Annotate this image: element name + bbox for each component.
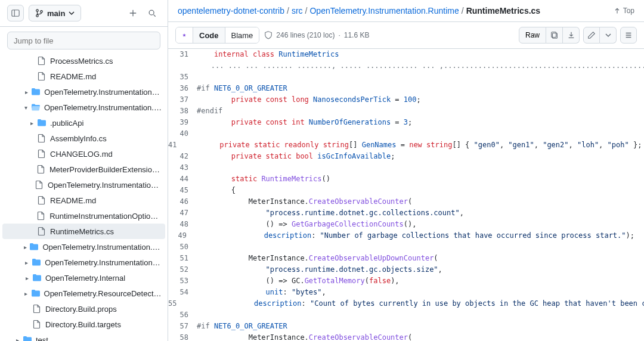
code-content: private static readonly string[] GenName… [185,140,644,151]
code-content: "process.runtime.dotnet.gc.objects.size"… [197,264,452,275]
code-line[interactable]: 48 () => GetGarbageCollectionCounts(), [168,219,644,230]
download-button[interactable] [563,27,580,44]
jump-to-file-input[interactable] [7,32,160,49]
tree-folder[interactable]: ▸OpenTelemetry.Instrumentation.Wcf [2,255,165,270]
line-number: 53 [168,275,197,287]
breadcrumb-sep: / [287,6,289,16]
folder-icon [31,87,41,97]
code-line[interactable]: 47 "process.runtime.dotnet.gc.collection… [168,207,644,219]
code-line[interactable]: 51 MeterInstance.CreateObservableUpDownC… [168,253,644,264]
code-line[interactable]: 41 private static readonly string[] GenN… [168,140,644,151]
code-line[interactable]: 35 [168,72,644,83]
code-content [197,128,206,140]
code-line[interactable]: 37 private const long NanosecondsPerTick… [168,94,644,106]
tree-folder[interactable]: ▾OpenTelemetry.Instrumentation.Runtime [2,100,165,115]
code-line[interactable]: 38#endif [168,106,644,117]
tree-folder[interactable]: ▸OpenTelemetry.Instrumentation.StackExch… [2,239,165,255]
line-number: 48 [168,219,197,230]
code-line[interactable]: 40 [168,128,644,140]
code-line[interactable]: 46 MeterInstance.CreateObservableCounter… [168,196,644,207]
top-link[interactable]: Top [614,7,634,15]
search-icon [148,9,156,17]
symbols-button[interactable] [620,27,637,44]
tree-file[interactable]: AssemblyInfo.cs [2,131,165,146]
edit-dropdown[interactable] [600,27,617,44]
code-line[interactable]: ... ... ... ....... ........, ..... ....… [168,60,644,72]
tree-file[interactable]: RuntimeMetrics.cs [2,224,165,239]
code-line[interactable]: 56 [168,309,644,321]
code-line[interactable]: 31 internal class RuntimeMetrics [168,49,644,60]
copilot-tab[interactable] [176,27,193,43]
tree-folder[interactable]: ▸OpenTelemetry.Instrumentation.Quartz [2,84,165,100]
code-content [197,241,206,253]
tree-item-label: OpenTelemetry.Instrumentation.Runtime.cs… [48,181,162,190]
raw-button[interactable]: Raw [519,27,546,44]
breadcrumb-repo[interactable]: opentelemetry-dotnet-contrib [178,6,284,16]
tree-file[interactable]: Directory.Build.props [2,301,165,317]
code-content: MeterInstance.CreateObservableCounter( [197,332,422,341]
breadcrumb-src[interactable]: src [292,6,303,16]
code-line[interactable]: 58 MeterInstance.CreateObservableCounter… [168,332,644,341]
tree-file[interactable]: MeterProviderBuilderExtensions.cs [2,162,165,177]
folder-icon [31,103,41,112]
tree-file[interactable]: Directory.Build.targets [2,317,165,332]
tree-folder[interactable]: ▸OpenTelemetry.Internal [2,270,165,286]
tree-file[interactable]: README.md [2,69,165,84]
code-line[interactable]: 39 private const int NumberOfGenerations… [168,117,644,128]
code-line[interactable]: 54 unit: "bytes", [168,287,644,298]
line-count: 246 lines (210 loc) [276,31,335,39]
tree-file[interactable]: RuntimeInstrumentationOptions.cs [2,208,165,224]
list-icon [624,31,633,39]
code-line[interactable]: 57#if NET6_0_OR_GREATER [168,321,644,332]
tree-folder[interactable]: ▸OpenTelemetry.ResourceDetectors.Azure [2,286,165,301]
code-content: static RuntimeMetrics() [197,173,340,185]
download-icon [567,31,575,39]
code-line[interactable]: 42 private static bool isGcInfoAvailable… [168,151,644,162]
file-meta: 246 lines (210 loc) · 11.6 KB [264,31,369,39]
folder-icon [32,258,41,267]
search-tree-button[interactable] [144,5,160,21]
edit-button[interactable] [583,27,600,44]
code-content [197,72,206,83]
tree-file[interactable]: README.md [2,193,165,208]
add-file-button[interactable] [125,5,141,21]
tree-folder[interactable]: ▸test [2,332,165,341]
code-content: "process.runtime.dotnet.gc.collections.c… [197,207,473,219]
svg-rect-0 [12,10,19,17]
code-content: MeterInstance.CreateObservableCounter( [197,196,422,207]
code-view[interactable]: 31 internal class RuntimeMetrics ... ...… [168,49,644,341]
code-line[interactable]: 36#if NET6_0_OR_GREATER [168,83,644,94]
folder-icon [37,118,47,128]
code-line[interactable]: 44 static RuntimeMetrics() [168,173,644,185]
code-line[interactable]: 55 description: "Count of bytes currentl… [168,298,644,309]
svg-point-5 [149,10,154,15]
collapse-sidebar-button[interactable] [7,5,24,21]
code-content: unit: "bytes", [197,287,336,298]
tree-file[interactable]: OpenTelemetry.Instrumentation.Runtime.cs… [2,177,165,193]
copy-button[interactable] [546,27,563,44]
chevron-icon: ▸ [23,275,31,281]
tree-folder[interactable]: ▸.publicApi [2,115,165,131]
code-line[interactable]: 52 "process.runtime.dotnet.gc.objects.si… [168,264,644,275]
branch-selector[interactable]: main [29,5,81,21]
tree-file[interactable]: ProcessMetrics.cs [2,53,165,69]
code-line[interactable]: 53 () => GC.GetTotalMemory(false), [168,275,644,287]
code-content: #if NET6_0_OR_GREATER [197,83,297,94]
plus-icon [129,9,137,17]
line-number: 57 [168,321,197,332]
breadcrumb-folder[interactable]: OpenTelemetry.Instrumentation.Runtime [309,6,459,16]
code-content: #if NET6_0_OR_GREATER [197,321,297,332]
tree-file[interactable]: CHANGELOG.md [2,146,165,162]
code-tab[interactable]: Code [193,27,225,43]
code-line[interactable]: 45 { [168,185,644,196]
chevron-icon: ▸ [23,244,28,250]
code-line[interactable]: 43 [168,162,644,173]
code-line[interactable]: 49 description: "Number of garbage colle… [168,230,644,241]
line-number: 56 [168,309,197,321]
file-tree[interactable]: ProcessMetrics.csREADME.md▸OpenTelemetry… [0,49,168,341]
blame-tab[interactable]: Blame [225,27,259,43]
svg-point-2 [36,10,39,12]
code-content [197,309,206,321]
code-line[interactable]: 50 [168,241,644,253]
svg-point-3 [36,15,39,17]
